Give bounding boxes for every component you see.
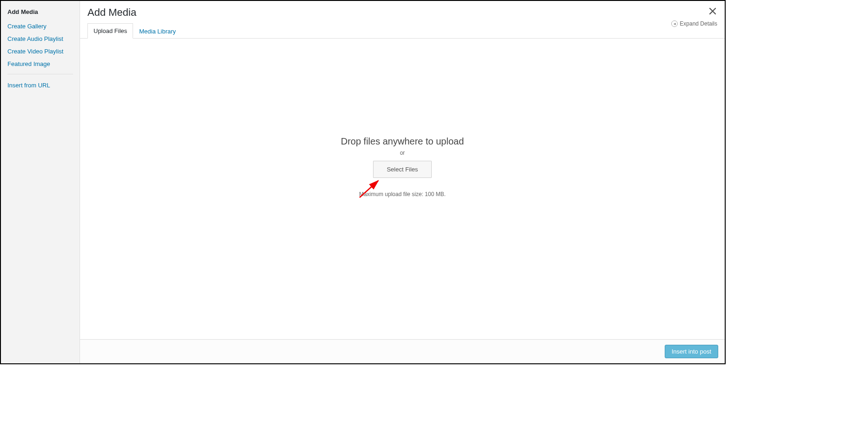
tab-upload-files[interactable]: Upload Files xyxy=(87,23,133,39)
upload-dropzone[interactable]: Drop files anywhere to upload or Select … xyxy=(80,39,725,339)
sidebar-divider xyxy=(7,74,73,74)
drop-instruction-text: Drop files anywhere to upload xyxy=(341,136,464,147)
sidebar-item-create-video-playlist[interactable]: Create Video Playlist xyxy=(7,45,73,58)
max-upload-size-text: Maximum upload file size: 100 MB. xyxy=(359,191,446,197)
close-button[interactable] xyxy=(706,5,719,18)
expand-details-toggle[interactable]: ◄ Expand Details xyxy=(671,20,717,27)
modal-title: Add Media xyxy=(87,7,717,19)
sidebar-item-insert-from-url[interactable]: Insert from URL xyxy=(7,79,73,92)
expand-details-icon: ◄ xyxy=(671,20,678,27)
close-icon xyxy=(709,6,716,17)
modal-footer: Insert into post xyxy=(80,339,725,363)
tabs-row: Upload Files Media Library xyxy=(80,23,725,39)
modal-main: Add Media ◄ Expand Details Upload Files … xyxy=(80,1,725,363)
annotation-arrow-icon xyxy=(357,177,385,202)
tab-media-library[interactable]: Media Library xyxy=(133,24,182,39)
sidebar-item-create-audio-playlist[interactable]: Create Audio Playlist xyxy=(7,33,73,45)
modal-header: Add Media ◄ Expand Details xyxy=(80,1,725,21)
or-text: or xyxy=(400,150,405,156)
modal-sidebar: Add Media Create Gallery Create Audio Pl… xyxy=(1,1,80,363)
sidebar-list-bottom: Insert from URL xyxy=(7,79,73,92)
insert-into-post-button[interactable]: Insert into post xyxy=(665,345,718,358)
sidebar-item-create-gallery[interactable]: Create Gallery xyxy=(7,20,73,33)
sidebar-title: Add Media xyxy=(7,7,73,15)
add-media-modal: Add Media Create Gallery Create Audio Pl… xyxy=(1,1,725,363)
expand-details-label: Expand Details xyxy=(680,20,717,27)
sidebar-list-top: Create Gallery Create Audio Playlist Cre… xyxy=(7,20,73,70)
select-files-button[interactable]: Select Files xyxy=(373,161,431,178)
sidebar-item-featured-image[interactable]: Featured Image xyxy=(7,58,73,70)
